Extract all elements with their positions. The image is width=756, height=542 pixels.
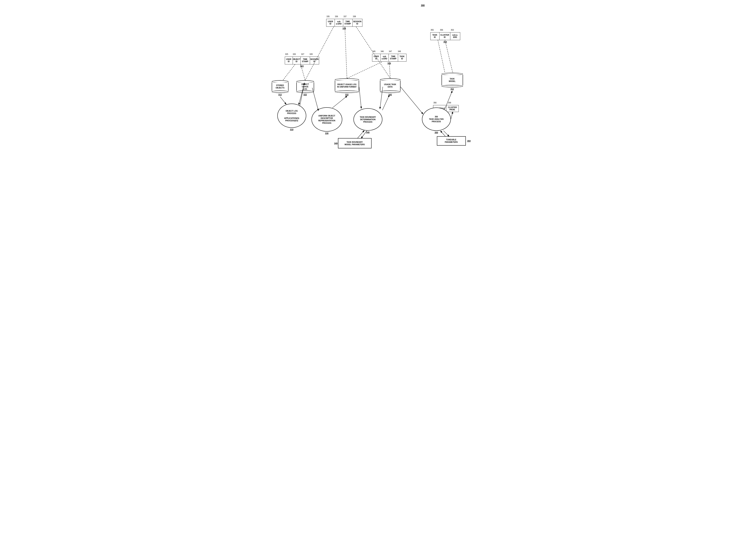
ann-335: 335 bbox=[327, 15, 330, 18]
uniform-descriptor-ellipse: UNIFORM OBJECTDESCRIPTORREPRESENTATIONPR… bbox=[311, 107, 342, 132]
ann-328: 328 bbox=[310, 53, 313, 55]
ref-330: 330 bbox=[325, 132, 328, 135]
line-354-352b bbox=[438, 40, 445, 73]
table-324: 325 326 327 328 USERID OBJECTID TIMESTAM… bbox=[285, 53, 319, 67]
arrow-349-340 bbox=[358, 131, 364, 138]
cell-task-id-354: TASKID bbox=[431, 32, 439, 40]
stored-objects-label: STOREDOBJECTS bbox=[276, 84, 284, 89]
arrow-312-310 bbox=[280, 97, 286, 104]
ann-337: 337 bbox=[344, 15, 347, 18]
ref-342: 342 bbox=[380, 94, 400, 96]
object-usage-log-cylinder: OBJECTUSAGELOG 322 bbox=[296, 80, 314, 95]
ann-356b: 356 bbox=[434, 102, 437, 104]
task-boundary-label: TASK BOUNDARYDETERMINATIONPROCESS bbox=[360, 116, 376, 123]
ref-349: 349 bbox=[334, 142, 338, 144]
line-334-332 bbox=[345, 27, 347, 78]
uniform-descriptor-label: UNIFORM OBJECTDESCRIPTORREPRESENTATIONPR… bbox=[318, 115, 335, 124]
ref-332: 332 bbox=[335, 94, 359, 96]
ann-325: 325 bbox=[285, 53, 288, 55]
task-boundary-params-label: TASK BOUNDARYMODEL PARAMETERS bbox=[345, 141, 365, 146]
ref-322: 322 bbox=[296, 94, 314, 96]
cell-cluster-id-354: CLUSTERID bbox=[439, 32, 450, 40]
task-analysis-ellipse: 350TASK ANALYSISPROCESS 350 bbox=[422, 108, 451, 131]
stored-objects-cylinder: STOREDOBJECTS 312 bbox=[272, 80, 289, 95]
cell-session-id-334: SESSIONID bbox=[353, 19, 362, 27]
arrow-359-350 bbox=[441, 131, 445, 136]
ann-347: 347 bbox=[389, 50, 392, 52]
ann-336: 336 bbox=[335, 15, 338, 18]
line-344-332 bbox=[347, 62, 382, 78]
cell-session-id-324: SESSIONID bbox=[310, 57, 319, 64]
ann-346: 346 bbox=[381, 50, 384, 52]
ref-359: 359 bbox=[467, 140, 470, 142]
task-model-cylinder: TASKMODEL 352 bbox=[442, 73, 463, 90]
ann-348: 348 bbox=[398, 50, 401, 52]
arrow-350-359 bbox=[443, 131, 449, 136]
ann-358: 358 bbox=[448, 102, 451, 104]
ann-353: 353 bbox=[451, 29, 454, 31]
table-354: 355 356 353 TASKID CLUSTERID sub-a-ERD 3… bbox=[430, 29, 460, 43]
cell-sub-aerd-334: suba-ERD bbox=[335, 19, 343, 27]
ref-354: 354 bbox=[430, 41, 460, 43]
cell-task-id-344: TASKID bbox=[398, 54, 406, 61]
table-344: 345 346 347 348 USERID suba-ERD TIMESTAM… bbox=[372, 50, 406, 64]
object-usage-log-uniform-cylinder: OBJECT USAGE LOGIN UNIFORM FORMAT 332 bbox=[335, 78, 359, 95]
ref-352: 352 bbox=[442, 88, 463, 90]
ref-340: 340 bbox=[366, 131, 370, 134]
cell-user-id-324: USERID bbox=[285, 57, 293, 64]
ref-312: 312 bbox=[272, 94, 289, 96]
arrow-330-332 bbox=[332, 96, 347, 108]
ann-345: 345 bbox=[372, 50, 376, 52]
ref-324: 324 bbox=[285, 65, 319, 67]
cell-time-stamp-324: TIMESTAMP bbox=[301, 57, 310, 64]
ann-327: 327 bbox=[301, 53, 304, 55]
diagram: 300 325 326 327 328 USERID OBJECTID TIME… bbox=[266, 0, 490, 161]
cell-user-id-344: USERID bbox=[372, 54, 381, 61]
ann-356: 356 bbox=[440, 29, 443, 31]
ref-350: 350 bbox=[435, 131, 438, 134]
usage-task-data-label: USAGE TASKDATA bbox=[384, 83, 396, 88]
object-log-process-label: OBJECT LOGPROCESSAPPLICATION(S)PROCESS(E… bbox=[284, 110, 299, 122]
cell-object-id-324: OBJECTID bbox=[293, 57, 301, 64]
cell-time-stamp-334: TIMESTAMP bbox=[343, 19, 353, 27]
object-usage-log-uniform-label: OBJECT USAGE LOGIN UNIFORM FORMAT bbox=[337, 83, 356, 88]
cell-sub-aerd-354: sub-a-ERD bbox=[450, 32, 460, 40]
task-boundary-ellipse: TASK BOUNDARYDETERMINATIONPROCESS 340 bbox=[353, 108, 382, 131]
ann-326: 326 bbox=[293, 53, 296, 55]
task-boundary-params-box: TASK BOUNDARYMODEL PARAMETERS 349 bbox=[338, 138, 372, 148]
tuneable-params-box: TUNEABLEPARAMETERS 359 bbox=[437, 136, 466, 146]
ref-344: 344 bbox=[372, 62, 406, 64]
object-usage-log-label: OBJECTUSAGELOG bbox=[301, 83, 309, 90]
arrow-332-340 bbox=[359, 87, 361, 108]
object-log-process-ellipse: OBJECT LOGPROCESSAPPLICATION(S)PROCESS(E… bbox=[277, 104, 306, 128]
arrow-340-342 bbox=[382, 95, 389, 110]
cell-user-id-334: USERID bbox=[326, 19, 335, 27]
cell-cluster-prob-357: CLUSTERPROB. bbox=[446, 105, 459, 112]
ref-334: 334 bbox=[326, 27, 362, 29]
line-354-352a bbox=[445, 40, 453, 73]
table-334: 335 336 337 338 USERID suba-ERD TIMESTAM… bbox=[326, 15, 362, 29]
ref-310: 310 bbox=[290, 128, 293, 131]
usage-task-data-cylinder: USAGE TASKDATA 342 bbox=[380, 78, 400, 95]
diagram-title: 300 bbox=[421, 4, 425, 7]
ann-355: 355 bbox=[431, 29, 434, 31]
task-analysis-label: 350TASK ANALYSISPROCESS bbox=[429, 116, 444, 123]
tuneable-params-label: TUNEABLEPARAMETERS bbox=[445, 138, 458, 143]
cell-sub-aerd-344: suba-ERD bbox=[381, 54, 389, 61]
cell-time-stamp-344: TIMESTAMP bbox=[389, 54, 398, 61]
arrow-342-350 bbox=[400, 87, 423, 114]
task-model-label: TASKMODEL bbox=[449, 78, 456, 82]
ann-338: 338 bbox=[353, 15, 356, 18]
line-344-342 bbox=[389, 62, 390, 78]
